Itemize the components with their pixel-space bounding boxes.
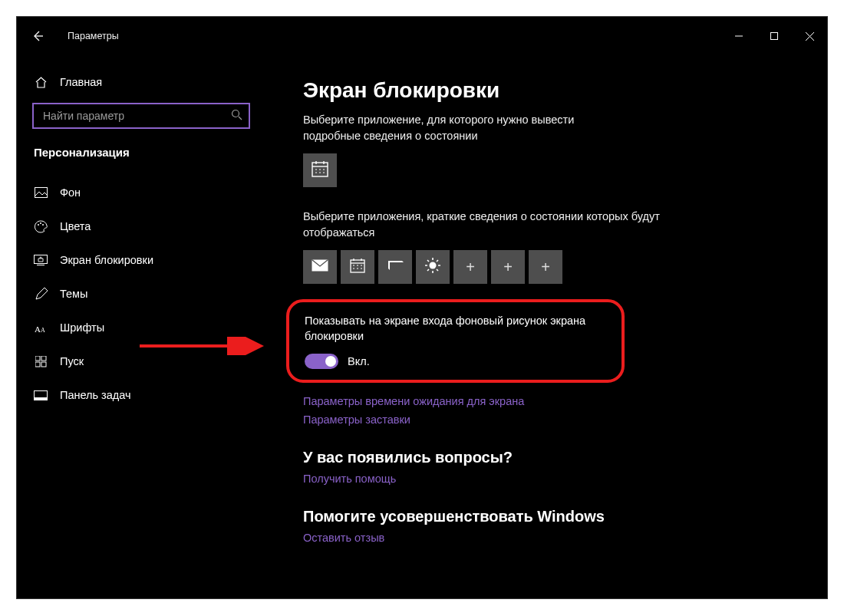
svg-rect-10 — [35, 356, 40, 361]
svg-rect-6 — [35, 255, 48, 264]
svg-rect-18 — [351, 260, 364, 272]
sidebar-item-label: Панель задач — [60, 389, 131, 401]
sidebar-item-fonts[interactable]: AA Шрифты — [31, 311, 262, 344]
close-button[interactable] — [792, 24, 827, 48]
quick-apps-description: Выберите приложения, краткие сведения о … — [303, 209, 664, 241]
feedback-heading: Помогите усовершенствовать Windows — [303, 508, 809, 525]
sidebar-item-taskbar[interactable]: Панель задач — [31, 378, 262, 412]
sidebar-item-label: Цвета — [60, 220, 91, 232]
sidebar-category: Персонализация — [34, 146, 262, 159]
sidebar-item-themes[interactable]: Темы — [31, 277, 262, 311]
palette-icon — [34, 219, 48, 233]
search-box[interactable] — [32, 103, 250, 129]
sidebar-item-colors[interactable]: Цвета — [31, 209, 262, 243]
minimize-button[interactable] — [721, 24, 757, 48]
start-icon — [34, 354, 48, 368]
taskbar-icon — [34, 388, 48, 402]
sidebar-home-label: Главная — [60, 76, 102, 88]
app-title: Параметры — [68, 31, 119, 41]
sidebar-item-lockscreen[interactable]: Экран блокировки — [31, 243, 262, 277]
svg-rect-2 — [35, 188, 47, 198]
plus-icon: + — [466, 259, 475, 276]
tasks-icon — [387, 259, 404, 275]
content-area: Экран блокировки Выберите приложение, дл… — [269, 55, 827, 599]
plus-icon: + — [503, 259, 513, 276]
mail-icon — [312, 259, 328, 275]
sidebar-home[interactable]: Главная — [31, 71, 262, 100]
show-background-label: Показывать на экране входа фоновый рисун… — [305, 313, 606, 344]
svg-rect-15 — [35, 397, 48, 400]
titlebar-left: Параметры — [17, 29, 119, 43]
svg-text:A: A — [35, 324, 41, 334]
fonts-icon: AA — [34, 321, 48, 334]
maximize-button[interactable] — [757, 24, 792, 48]
highlighted-setting: Показывать на экране входа фоновый рисун… — [286, 299, 625, 383]
plus-icon: + — [541, 259, 550, 276]
quick-app-add-2[interactable]: + — [491, 250, 525, 284]
calendar-icon — [312, 160, 328, 180]
page-title: Экран блокировки — [303, 78, 809, 103]
detail-app-tile[interactable] — [303, 153, 337, 187]
svg-point-4 — [40, 222, 41, 224]
svg-point-5 — [42, 224, 44, 226]
quick-app-add-3[interactable]: + — [529, 250, 562, 284]
sidebar-item-start[interactable]: Пуск — [31, 344, 262, 378]
detail-app-description: Выберите приложение, для которого нужно … — [303, 112, 625, 144]
sidebar: Главная Персонализация Фон Цвета Экр — [17, 55, 269, 599]
picture-icon — [34, 186, 48, 199]
quick-app-calendar[interactable] — [341, 250, 374, 284]
calendar-icon — [350, 258, 365, 276]
svg-rect-7 — [37, 265, 45, 265]
show-background-toggle[interactable] — [305, 354, 338, 369]
svg-rect-12 — [35, 362, 40, 367]
quick-apps-row: + + + — [303, 250, 809, 284]
svg-point-3 — [38, 224, 39, 226]
lockscreen-icon — [34, 253, 48, 267]
quick-app-mail[interactable] — [303, 250, 337, 284]
toggle-row: Вкл. — [305, 354, 606, 369]
window-controls — [721, 24, 827, 48]
sidebar-item-label: Шрифты — [60, 321, 104, 334]
sidebar-item-label: Экран блокировки — [60, 254, 153, 266]
search-icon — [231, 109, 242, 123]
quick-app-tasks[interactable] — [378, 250, 412, 284]
search-input[interactable] — [41, 109, 231, 123]
sidebar-item-background[interactable]: Фон — [31, 176, 262, 209]
svg-rect-13 — [41, 362, 46, 367]
svg-rect-0 — [771, 33, 778, 40]
svg-text:A: A — [41, 327, 45, 334]
home-icon — [34, 75, 48, 89]
weather-icon — [424, 257, 441, 277]
screen-timeout-link[interactable]: Параметры времени ожидания для экрана — [303, 395, 809, 407]
svg-point-1 — [232, 110, 239, 117]
help-heading: У вас появились вопросы? — [303, 449, 809, 466]
settings-window: Параметры Главная Пер — [16, 16, 828, 599]
get-help-link[interactable]: Получить помощь — [303, 473, 809, 485]
svg-rect-11 — [41, 356, 46, 361]
titlebar: Параметры — [17, 17, 827, 55]
quick-app-add-1[interactable]: + — [453, 250, 487, 284]
svg-point-19 — [430, 262, 437, 269]
themes-icon — [34, 287, 48, 301]
screensaver-link[interactable]: Параметры заставки — [303, 413, 809, 426]
sidebar-item-label: Фон — [60, 186, 81, 199]
sidebar-item-label: Пуск — [60, 355, 84, 367]
feedback-link[interactable]: Оставить отзыв — [303, 532, 809, 544]
sidebar-item-label: Темы — [60, 288, 88, 300]
quick-app-weather[interactable] — [416, 250, 450, 284]
back-button[interactable] — [31, 29, 45, 43]
toggle-state-label: Вкл. — [348, 355, 370, 367]
